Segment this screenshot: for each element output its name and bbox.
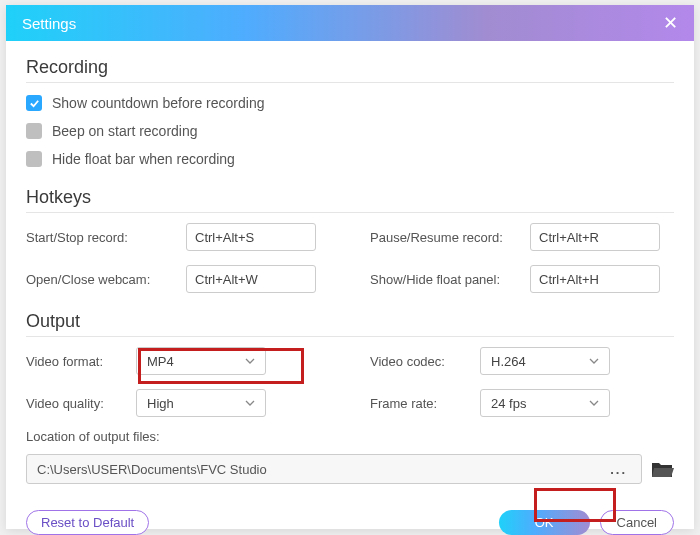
close-icon[interactable]: ✕ bbox=[663, 12, 678, 34]
titlebar: Settings ✕ bbox=[6, 5, 694, 41]
show-hide-label: Show/Hide float panel: bbox=[370, 272, 530, 287]
chevron-down-icon bbox=[245, 398, 255, 408]
beep-row[interactable]: Beep on start recording bbox=[26, 117, 674, 145]
hotkey-row: Start/Stop record: bbox=[26, 223, 330, 251]
content-area: Recording Show countdown before recordin… bbox=[6, 41, 694, 496]
checkbox-unchecked-icon[interactable] bbox=[26, 151, 42, 167]
hotkey-row: Show/Hide float panel: bbox=[370, 265, 674, 293]
frame-rate-label: Frame rate: bbox=[370, 396, 480, 411]
open-close-label: Open/Close webcam: bbox=[26, 272, 186, 287]
hidefloat-row[interactable]: Hide float bar when recording bbox=[26, 145, 674, 173]
video-format-dropdown[interactable]: MP4 bbox=[136, 347, 266, 375]
output-row: Frame rate: 24 fps bbox=[370, 389, 674, 417]
cancel-button[interactable]: Cancel bbox=[600, 510, 674, 535]
pause-resume-label: Pause/Resume record: bbox=[370, 230, 530, 245]
settings-window: Settings ✕ Recording Show countdown befo… bbox=[6, 5, 694, 529]
output-row: Video format: MP4 bbox=[26, 347, 330, 375]
frame-rate-value: 24 fps bbox=[491, 396, 526, 411]
video-quality-label: Video quality: bbox=[26, 396, 136, 411]
countdown-label: Show countdown before recording bbox=[52, 95, 264, 111]
output-path-field[interactable]: C:\Users\USER\Documents\FVC Studio ... bbox=[26, 454, 642, 484]
video-codec-label: Video codec: bbox=[370, 354, 480, 369]
chevron-down-icon bbox=[589, 356, 599, 366]
checkbox-checked-icon[interactable] bbox=[26, 95, 42, 111]
output-heading: Output bbox=[26, 311, 674, 337]
pause-resume-input[interactable] bbox=[530, 223, 660, 251]
video-codec-dropdown[interactable]: H.264 bbox=[480, 347, 610, 375]
hotkeys-heading: Hotkeys bbox=[26, 187, 674, 213]
output-row: Video codec: H.264 bbox=[370, 347, 674, 375]
video-quality-dropdown[interactable]: High bbox=[136, 389, 266, 417]
video-format-label: Video format: bbox=[26, 354, 136, 369]
reset-button[interactable]: Reset to Default bbox=[26, 510, 149, 535]
chevron-down-icon bbox=[589, 398, 599, 408]
checkbox-unchecked-icon[interactable] bbox=[26, 123, 42, 139]
frame-rate-dropdown[interactable]: 24 fps bbox=[480, 389, 610, 417]
hotkey-row: Open/Close webcam: bbox=[26, 265, 330, 293]
hidefloat-label: Hide float bar when recording bbox=[52, 151, 235, 167]
beep-label: Beep on start recording bbox=[52, 123, 198, 139]
location-label: Location of output files: bbox=[26, 429, 674, 444]
output-path-value: C:\Users\USER\Documents\FVC Studio bbox=[37, 462, 267, 477]
start-stop-input[interactable] bbox=[186, 223, 316, 251]
start-stop-label: Start/Stop record: bbox=[26, 230, 186, 245]
video-format-value: MP4 bbox=[147, 354, 174, 369]
output-row: Video quality: High bbox=[26, 389, 330, 417]
countdown-row[interactable]: Show countdown before recording bbox=[26, 89, 674, 117]
hotkey-row: Pause/Resume record: bbox=[370, 223, 674, 251]
ok-button[interactable]: OK bbox=[499, 510, 590, 535]
footer: Reset to Default OK Cancel bbox=[6, 496, 694, 535]
window-title: Settings bbox=[22, 15, 76, 32]
ellipsis-icon[interactable]: ... bbox=[610, 462, 631, 477]
open-close-input[interactable] bbox=[186, 265, 316, 293]
chevron-down-icon bbox=[245, 356, 255, 366]
video-codec-value: H.264 bbox=[491, 354, 526, 369]
video-quality-value: High bbox=[147, 396, 174, 411]
folder-open-icon[interactable] bbox=[650, 459, 674, 479]
show-hide-input[interactable] bbox=[530, 265, 660, 293]
recording-heading: Recording bbox=[26, 57, 674, 83]
